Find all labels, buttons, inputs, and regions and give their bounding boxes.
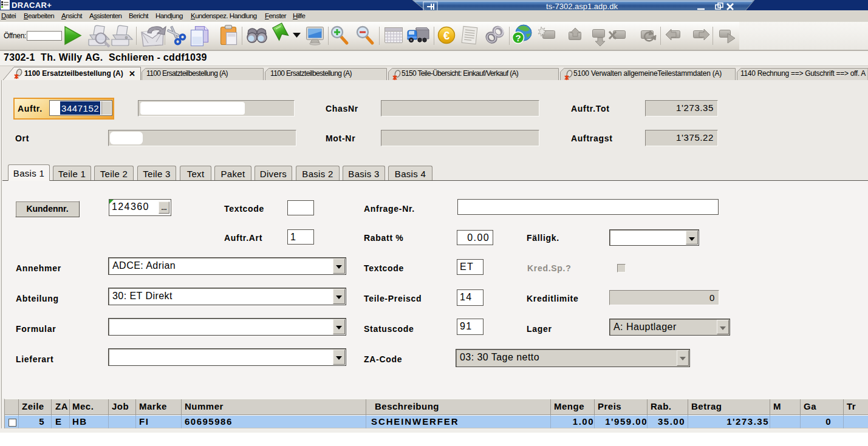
- svg-text:1100 Ersatzteilbestellung (A): 1100 Ersatzteilbestellung (A): [24, 69, 123, 78]
- svg-text:Öffnen:: Öffnen:: [4, 32, 26, 40]
- svg-text:€: €: [443, 29, 450, 42]
- svg-text:1100 Ersatzteilbestellung (A): 1100 Ersatzteilbestellung (A): [270, 69, 352, 78]
- svg-text:5100 Verwalten allgemeineTeile: 5100 Verwalten allgemeineTeilestammdaten…: [573, 69, 722, 78]
- svg-text:1140 Rechnung ==> Gutschrift =: 1140 Rechnung ==> Gutschrift ==> off. A: [740, 69, 866, 78]
- svg-text:1100 Ersatzteilbestellung (A): 1100 Ersatzteilbestellung (A): [146, 69, 228, 78]
- svg-text:✕: ✕: [129, 69, 135, 78]
- svg-text:5150 Teile-Übersicht: Einkauf/: 5150 Teile-Übersicht: Einkauf/Verkauf (A…: [402, 69, 519, 78]
- svg-text:ts-7302.asp1.adp.dk: ts-7302.asp1.adp.dk: [546, 2, 618, 11]
- svg-text:?: ?: [515, 33, 521, 43]
